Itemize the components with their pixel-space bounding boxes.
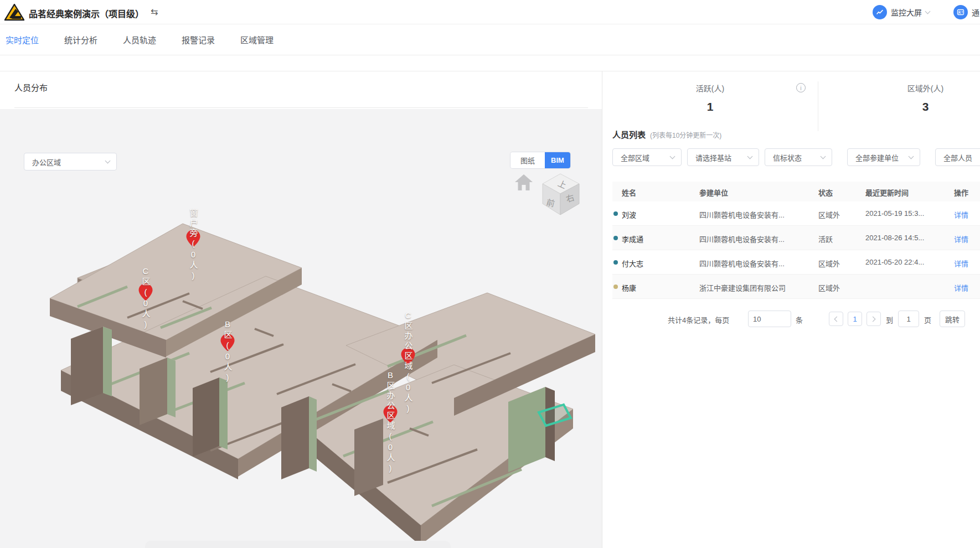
- table-row[interactable]: 付大志 四川颢蓉机电设备安装有... 区域外 2021-05-20 22:4..…: [612, 250, 980, 275]
- project-title: 品茗经典案例演示（项目级）: [29, 7, 144, 20]
- monitor-chart-icon: [873, 5, 887, 19]
- chevron-down-icon: [670, 154, 675, 159]
- filter-all-areas[interactable]: 全部区域: [612, 148, 682, 166]
- cell-status: 区域外: [818, 209, 840, 220]
- cell-updated: 2021-05-20 22:4...: [865, 258, 924, 266]
- filter-base-station[interactable]: 请选择基站: [687, 148, 759, 166]
- home-view-icon[interactable]: [512, 171, 535, 194]
- personnel-table: 姓名 参建单位 状态 最近更新时间 操作 刘波 四川颢蓉机电设备安装有... 区…: [612, 182, 980, 299]
- filter-base-station-value: 请选择基站: [695, 152, 731, 163]
- tab-realtime-location[interactable]: 实时定位: [6, 34, 39, 45]
- table-row[interactable]: 李成通 四川颢蓉机电设备安装有... 活跃 2021-08-26 14:5...…: [612, 226, 980, 250]
- view-mode-toggle: 图纸 BIM: [510, 152, 570, 168]
- personnel-list-title: 人员列表: [612, 128, 646, 140]
- monitor-screen-button[interactable]: 监控大屏: [873, 5, 930, 19]
- chevron-down-icon: [909, 154, 914, 159]
- chevron-right-icon: [870, 316, 876, 322]
- right-panel: 活跃(人) 1 i 区域外(人) 3 人员列表 (列表每10分钟更新一次) 全部…: [602, 71, 980, 548]
- pagination-summary: 共计4条记录，每页: [668, 314, 729, 325]
- cell-status: 活跃: [818, 234, 833, 244]
- cell-updated: 2021-05-19 15:3...: [865, 209, 924, 218]
- switch-project-icon[interactable]: ⇆: [151, 7, 158, 17]
- jump-button[interactable]: 跳转: [940, 311, 965, 327]
- personnel-list-title-row: 人员列表 (列表每10分钟更新一次): [612, 128, 721, 140]
- filter-beacon-status-value: 信标状态: [773, 152, 802, 163]
- area-pin[interactable]: [186, 229, 201, 247]
- area-pin[interactable]: [383, 405, 398, 423]
- contact-book-label: 通: [972, 7, 979, 18]
- filter-all-personnel[interactable]: 全部人员: [935, 148, 980, 166]
- chevron-down-icon: [105, 158, 111, 164]
- area-select-dropdown[interactable]: 办公区域: [24, 153, 117, 170]
- jump-button-label: 跳转: [945, 314, 960, 324]
- area-pin[interactable]: [138, 283, 153, 301]
- detail-link[interactable]: 详情: [954, 282, 968, 293]
- tab-alarm-records[interactable]: 报警记录: [182, 34, 215, 45]
- col-updated: 最近更新时间: [865, 187, 909, 198]
- viewer-toolbar: [145, 541, 451, 548]
- area-pin[interactable]: [220, 333, 235, 351]
- cell-company: 四川颢蓉机电设备安装有...: [699, 258, 785, 268]
- stat-active: 活跃(人) 1: [602, 82, 818, 113]
- monitor-screen-label: 监控大屏: [891, 7, 922, 18]
- filter-company[interactable]: 全部参建单位: [847, 148, 920, 166]
- cell-status: 区域外: [818, 258, 840, 268]
- col-company: 参建单位: [699, 187, 728, 198]
- filter-beacon-status[interactable]: 信标状态: [765, 148, 832, 166]
- page-unit-label: 页: [924, 314, 931, 325]
- stat-outside-value: 3: [818, 100, 980, 113]
- refresh-note: (列表每10分钟更新一次): [650, 130, 721, 139]
- col-action: 操作: [954, 187, 968, 198]
- page-number-button[interactable]: 1: [848, 312, 862, 326]
- table-row[interactable]: 刘波 四川颢蓉机电设备安装有... 区域外 2021-05-19 15:3...…: [612, 201, 980, 226]
- main-nav-tabs: 实时定位 统计分析 人员轨迹 报警记录 区域管理: [0, 24, 980, 55]
- chevron-left-icon: [834, 316, 840, 322]
- detail-link[interactable]: 详情: [954, 209, 968, 220]
- table-row[interactable]: 杨康 浙江中豪建设集团有限公司 区域外 详情: [612, 275, 980, 299]
- chevron-down-icon: [821, 154, 826, 159]
- cell-company: 四川颢蓉机电设备安装有...: [699, 234, 785, 244]
- status-dot: [613, 285, 618, 289]
- drawing-mode-button[interactable]: 图纸: [510, 152, 545, 168]
- page-number: 1: [853, 315, 857, 323]
- cell-updated: 2021-08-26 14:5...: [865, 234, 924, 242]
- panel-title: 人员分布: [14, 81, 48, 93]
- col-name: 姓名: [622, 187, 636, 198]
- prev-page-button[interactable]: [829, 312, 843, 326]
- chevron-down-icon: [925, 9, 931, 14]
- tab-personnel-track[interactable]: 人员轨迹: [123, 34, 156, 45]
- bim-viewport[interactable]: 办公区域 图纸 BIM 上 前 右: [0, 109, 602, 548]
- detail-link[interactable]: 详情: [954, 258, 968, 268]
- tab-area-management[interactable]: 区域管理: [240, 34, 274, 45]
- status-dot: [613, 260, 618, 265]
- detail-link[interactable]: 详情: [954, 234, 968, 244]
- contact-card-icon: [953, 5, 968, 19]
- cell-name: 刘波: [622, 209, 636, 220]
- info-icon[interactable]: i: [796, 83, 806, 92]
- cell-name: 杨康: [622, 282, 636, 293]
- stat-active-label: 活跃(人): [602, 82, 818, 94]
- page-size-input[interactable]: [748, 311, 791, 327]
- personnel-distribution-panel: 人员分布: [0, 71, 602, 548]
- area-select-value: 办公区域: [32, 157, 61, 167]
- cell-company: 四川颢蓉机电设备安装有...: [699, 209, 785, 220]
- stat-outside-label: 区域外(人): [818, 82, 980, 94]
- bim-mode-button[interactable]: BIM: [545, 152, 570, 168]
- cell-company: 浙江中豪建设集团有限公司: [699, 282, 786, 293]
- pagination-bar: 共计4条记录，每页 条 1 到 页 跳转: [602, 309, 980, 328]
- status-dot: [613, 211, 618, 216]
- stat-outside: 区域外(人) 3: [818, 82, 980, 113]
- pagination-unit: 条: [796, 314, 803, 325]
- filter-all-areas-value: 全部区域: [621, 152, 649, 163]
- app-root: 品茗经典案例演示（项目级） ⇆ 监控大屏 通 实时定位 统计分析 人员轨迹 报警…: [0, 0, 980, 548]
- next-page-button[interactable]: [866, 312, 881, 326]
- tab-statistics-analysis[interactable]: 统计分析: [64, 34, 97, 45]
- contact-book-button[interactable]: 通: [953, 5, 979, 19]
- area-pin[interactable]: [401, 347, 416, 365]
- bim-model-canvas[interactable]: [44, 218, 598, 547]
- goto-page-input[interactable]: [898, 311, 919, 327]
- table-header-row: 姓名 参建单位 状态 最近更新时间 操作: [612, 182, 980, 201]
- col-status: 状态: [818, 187, 833, 198]
- view-nav-cube[interactable]: 上 前 右: [536, 167, 587, 218]
- top-header: 品茗经典案例演示（项目级） ⇆ 监控大屏 通: [0, 0, 980, 24]
